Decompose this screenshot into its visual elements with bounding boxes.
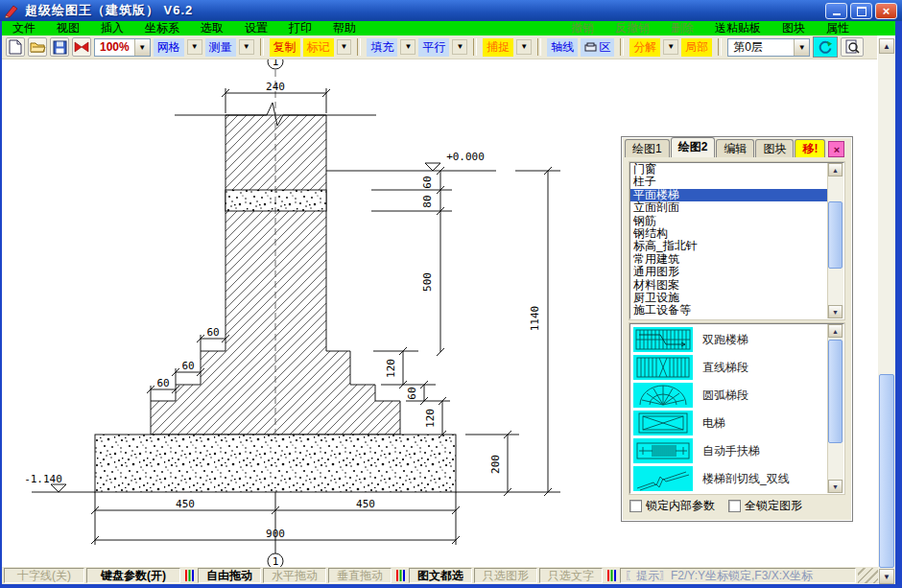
status-free-drag-toggle[interactable]: 自由拖动 xyxy=(198,568,261,583)
partial-button[interactable]: 局部 xyxy=(681,38,712,57)
copy-button[interactable]: 复制 xyxy=(270,38,300,57)
scroll-down-button[interactable]: ▼ xyxy=(828,305,843,318)
category-list-scrollbar[interactable]: ▲ ▼ xyxy=(827,163,843,318)
zoom-dropdown-button[interactable]: ▼ xyxy=(134,39,150,56)
scroll-down-button[interactable]: ▼ xyxy=(879,569,894,584)
resize-grip[interactable] xyxy=(858,568,878,583)
lock-internal-params-label: 锁定内部参数 xyxy=(646,498,715,514)
menu-item-view[interactable]: 视图 xyxy=(46,20,90,36)
tab-block[interactable]: 图块 xyxy=(755,139,794,157)
list-item-escalator[interactable]: 自动手扶梯 xyxy=(633,437,760,464)
category-item-elevation-section[interactable]: 立面剖面 xyxy=(630,201,843,214)
scrollbar-thumb[interactable] xyxy=(828,340,843,443)
status-select-graphics-toggle[interactable]: 只选图形 xyxy=(474,568,537,583)
scroll-up-button[interactable]: ▲ xyxy=(828,324,843,338)
menu-item-block[interactable]: 图块 xyxy=(771,20,816,36)
menu-item-select[interactable]: 选取 xyxy=(190,20,234,36)
mark-button[interactable]: 标记 xyxy=(303,38,334,57)
category-item-rebar[interactable]: 钢筋 xyxy=(630,215,843,227)
category-item-columns[interactable]: 柱子 xyxy=(630,176,843,188)
parallel-button[interactable]: 平行 xyxy=(418,38,449,57)
category-item-material-patterns[interactable]: 材料图案 xyxy=(630,279,843,292)
refresh-button[interactable] xyxy=(813,36,838,58)
list-item-arc-flight[interactable]: 圆弧梯段 xyxy=(633,382,748,409)
status-crosshair-toggle[interactable]: 十字线(关) xyxy=(4,568,84,583)
category-item-kitchen-bath[interactable]: 厨卫设施 xyxy=(630,292,843,304)
list-item-elevator[interactable]: 电梯 xyxy=(633,410,725,436)
fill-button[interactable]: 填充 xyxy=(367,38,397,57)
minimize-button[interactable] xyxy=(825,3,847,19)
maximize-button[interactable] xyxy=(850,3,872,19)
measure-dropdown-button[interactable]: ▼ xyxy=(239,39,254,55)
checkbox-icon[interactable] xyxy=(629,500,642,512)
scrollbar-thumb[interactable] xyxy=(828,201,843,269)
palette-close-button[interactable]: × xyxy=(828,141,844,157)
chevron-down-icon: ▼ xyxy=(798,43,806,52)
explode-dropdown-button[interactable]: ▼ xyxy=(663,39,678,55)
new-file-button[interactable] xyxy=(6,37,25,57)
status-select-both-toggle[interactable]: 图文都选 xyxy=(409,568,472,583)
red-bowtie-icon-button[interactable] xyxy=(72,37,91,57)
category-item-steel-structure[interactable]: 钢结构 xyxy=(630,227,843,240)
category-item-construction-equipment[interactable]: 施工设备等 xyxy=(630,304,843,317)
category-item-doors-windows[interactable]: 门窗 xyxy=(630,163,843,176)
category-item-common-building[interactable]: 常用建筑 xyxy=(630,253,843,266)
region-select-button[interactable]: 区 xyxy=(581,38,614,57)
category-item-plan-stairs[interactable]: 平面楼梯 xyxy=(630,189,843,201)
close-button[interactable]: × xyxy=(875,3,897,19)
tab-edit[interactable]: 编辑 xyxy=(716,139,754,157)
menu-item-print[interactable]: 打印 xyxy=(278,20,322,36)
stair-list-scrollbar[interactable]: ▲ ▼ xyxy=(827,324,843,493)
scroll-up-button[interactable]: ▲ xyxy=(828,163,843,176)
explode-button[interactable]: 分解 xyxy=(629,38,660,57)
layer-dropdown-button[interactable]: ▼ xyxy=(794,39,809,56)
color-stripes-icon xyxy=(393,568,407,583)
open-folder-icon xyxy=(30,40,46,54)
axis-line-button[interactable]: 轴线 xyxy=(547,38,578,57)
status-keyboard-params-toggle[interactable]: 键盘参数(开) xyxy=(86,568,180,583)
list-item-stair-section-line[interactable]: 楼梯剖切线_双线 xyxy=(633,465,790,492)
menu-item-file[interactable]: 文件 xyxy=(2,20,46,36)
scrollbar-thumb[interactable] xyxy=(879,374,894,568)
status-select-text-toggle[interactable]: 只选文字 xyxy=(539,568,603,583)
menu-item-send-clipboard[interactable]: 送粘贴板 xyxy=(704,20,771,36)
status-horizontal-drag-toggle[interactable]: 水平拖动 xyxy=(263,568,326,583)
menu-item-help[interactable]: 帮助 xyxy=(322,20,367,36)
dim-label: 450 xyxy=(176,498,195,510)
open-file-button[interactable] xyxy=(28,37,47,57)
lock-internal-params-option[interactable]: 锁定内部参数 xyxy=(629,498,715,514)
zoom-combobox[interactable]: 100% ▼ xyxy=(94,38,151,57)
magnifier-page-icon xyxy=(844,39,860,55)
layer-combobox[interactable]: 第0层 ▼ xyxy=(727,38,810,57)
tab-move[interactable]: 移! xyxy=(795,139,825,157)
dim-label: 60 xyxy=(421,176,434,188)
menu-item-properties[interactable]: 属性 xyxy=(816,20,860,36)
scroll-up-button[interactable]: ▲ xyxy=(879,38,894,54)
list-item-double-run-stair[interactable]: 双跑楼梯 xyxy=(633,326,748,353)
print-preview-button[interactable] xyxy=(841,37,864,57)
measure-button[interactable]: 测量 xyxy=(205,38,236,57)
fill-dropdown-button[interactable]: ▼ xyxy=(400,39,415,55)
status-vertical-drag-toggle[interactable]: 垂直拖动 xyxy=(328,568,392,583)
chevron-up-icon: ▲ xyxy=(832,167,839,174)
menu-item-settings[interactable]: 设置 xyxy=(234,20,278,36)
list-item-straight-flight[interactable]: 直线梯段 xyxy=(633,354,748,381)
menu-item-coordinate-system[interactable]: 坐标系 xyxy=(134,20,190,36)
menu-item-insert[interactable]: 插入 xyxy=(90,20,134,36)
snap-button[interactable]: 捕捉 xyxy=(483,38,513,57)
snap-dropdown-button[interactable]: ▼ xyxy=(516,39,532,55)
tab-draw2[interactable]: 绘图2 xyxy=(671,137,716,157)
parallel-dropdown-button[interactable]: ▼ xyxy=(452,39,467,55)
vertical-scrollbar[interactable]: ▲ ▼ xyxy=(878,38,895,584)
category-item-elevation-compass[interactable]: 标高_指北针 xyxy=(630,240,843,252)
lock-all-graphics-option[interactable]: 全锁定图形 xyxy=(728,498,802,514)
grid-button[interactable]: 网格 xyxy=(154,38,184,57)
mark-dropdown-button[interactable]: ▼ xyxy=(337,39,352,55)
menu-item-delete: 删除 xyxy=(660,20,704,36)
save-file-button[interactable] xyxy=(50,37,69,57)
tab-draw1[interactable]: 绘图1 xyxy=(625,139,670,157)
scroll-down-button[interactable]: ▼ xyxy=(828,480,843,493)
checkbox-icon[interactable] xyxy=(728,500,741,512)
grid-dropdown-button[interactable]: ▼ xyxy=(187,39,202,55)
category-item-general-shapes[interactable]: 通用图形 xyxy=(630,266,843,278)
